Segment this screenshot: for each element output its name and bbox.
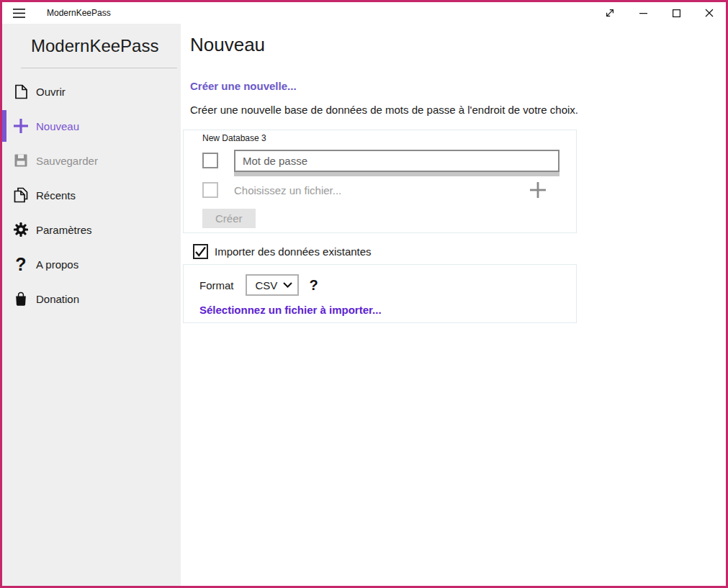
password-checkbox[interactable] — [202, 153, 218, 168]
minimize-icon — [639, 9, 647, 17]
minimize-button[interactable] — [626, 2, 660, 24]
import-panel: Format CSV ? Sélectionnez un fichier à i… — [183, 264, 577, 323]
database-name-label: New Database 3 — [202, 133, 576, 143]
sidebar-item-apropos[interactable]: ? A propos — [2, 247, 181, 281]
sidebar-item-label: Ouvrir — [36, 86, 66, 98]
select-import-file-link[interactable]: Sélectionnez un fichier à importer... — [199, 304, 382, 316]
diagonal-resize-icon — [605, 8, 615, 18]
keyfile-placeholder: Choisissez un fichier... — [234, 184, 341, 196]
selection-indicator — [2, 76, 6, 107]
save-icon — [13, 153, 29, 168]
selection-indicator — [2, 248, 6, 280]
selection-indicator — [2, 283, 6, 315]
sidebar-item-sauvegarder[interactable]: Sauvegarder — [2, 143, 181, 178]
sidebar-item-parametres[interactable]: Paramètres — [2, 212, 181, 247]
sidebar-item-donation[interactable]: Donation — [2, 281, 181, 316]
keyfile-row: Choisissez un fichier... — [202, 182, 576, 198]
maximize-icon — [673, 9, 680, 17]
password-input[interactable] — [234, 150, 560, 172]
selection-indicator — [2, 110, 6, 142]
sidebar-app-title: ModernKeePass — [2, 24, 181, 56]
sidebar-item-label: A propos — [36, 258, 78, 271]
import-checkbox-row: Importer des données existantes — [193, 244, 726, 259]
window-controls — [593, 2, 726, 24]
add-file-button[interactable] — [529, 181, 547, 199]
window-title: ModernKeePass — [47, 8, 111, 18]
navigation-pane: ModernKeePass Ouvrir — [2, 24, 181, 586]
keyfile-checkbox[interactable] — [202, 182, 218, 198]
format-help-button[interactable]: ? — [310, 277, 318, 294]
sidebar-item-ouvrir[interactable]: Ouvrir — [2, 74, 181, 109]
password-row — [202, 150, 576, 176]
fullscreen-exit-button[interactable] — [593, 2, 626, 24]
page-title: Nouveau — [190, 34, 726, 56]
selection-indicator — [2, 179, 6, 211]
close-button[interactable] — [693, 2, 726, 24]
main-content: Nouveau Créer une nouvelle... Créer une … — [181, 24, 726, 586]
format-label: Format — [199, 279, 234, 291]
import-checkbox-label: Importer des données existantes — [215, 245, 372, 258]
sidebar-item-nouveau[interactable]: Nouveau — [2, 109, 181, 143]
plus-icon — [13, 118, 29, 134]
hamburger-icon — [13, 9, 25, 18]
new-database-panel: New Database 3 Choisissez un fichier... — [183, 130, 577, 233]
sidebar-nav: Ouvrir Nouveau — [2, 74, 181, 316]
open-file-icon — [13, 83, 29, 99]
selection-indicator — [2, 214, 6, 245]
password-field-wrap — [234, 150, 560, 176]
maximize-button[interactable] — [660, 2, 693, 24]
create-button[interactable]: Créer — [202, 209, 256, 228]
format-dropdown-value: CSV — [256, 279, 278, 291]
sidebar-item-recents[interactable]: Récents — [2, 178, 181, 212]
gear-icon — [13, 222, 29, 238]
create-new-link[interactable]: Créer une nouvelle... — [190, 80, 297, 92]
recent-documents-icon — [13, 187, 29, 203]
close-icon — [705, 9, 714, 17]
import-checkbox[interactable] — [193, 244, 208, 259]
selection-indicator — [2, 145, 6, 176]
chevron-down-icon — [283, 282, 292, 288]
password-strength-bar — [234, 172, 560, 176]
sidebar-item-label: Nouveau — [36, 120, 79, 132]
format-dropdown[interactable]: CSV — [246, 274, 299, 296]
sidebar-item-label: Donation — [36, 293, 79, 305]
app-window: ModernKeePass — [0, 0, 728, 588]
checkmark-icon — [194, 245, 207, 258]
sidebar-item-label: Récents — [36, 189, 76, 202]
question-icon: ? — [13, 256, 29, 272]
hamburger-menu-button[interactable] — [2, 2, 35, 24]
sidebar-item-label: Paramètres — [36, 224, 92, 236]
titlebar: ModernKeePass — [2, 2, 726, 24]
sidebar-divider — [21, 68, 177, 68]
create-description: Créer une nouvelle base de données de mo… — [190, 104, 726, 116]
plus-icon — [529, 181, 547, 199]
format-row: Format CSV ? — [199, 274, 576, 296]
sidebar-item-label: Sauvegarder — [36, 155, 98, 167]
donation-bag-icon — [13, 291, 29, 307]
